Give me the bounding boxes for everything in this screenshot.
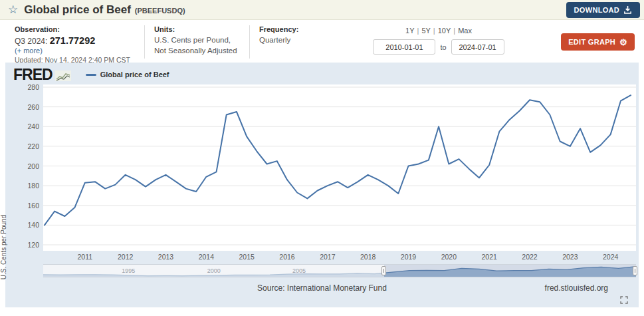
fred-logo[interactable]: FRED (13, 66, 53, 84)
frequency-block: Frequency: Quarterly (249, 25, 329, 59)
edit-graph-button[interactable]: EDIT GRAPH ⚙ (561, 33, 635, 51)
legend-label: Global price of Beef (100, 71, 169, 79)
source-text: Source: International Monetary Fund (257, 283, 387, 293)
observation-block: Observation: Q3 2024: 271.77292 (+ more)… (15, 25, 144, 59)
date-row: to (373, 39, 504, 55)
x-tick-label: 2014 (199, 253, 214, 261)
y-tick-label: 120 (13, 241, 39, 249)
x-tick-label: 2020 (441, 253, 457, 261)
chart-header: FRED Global price of Beef (5, 66, 639, 83)
slider-left-handle[interactable] (381, 266, 386, 275)
units-value-line2: Not Seasonally Adjusted (154, 46, 239, 57)
range-slider[interactable]: 199520002005 (43, 264, 636, 277)
more-link[interactable]: (+ more) (15, 47, 134, 55)
site-link[interactable]: fred.stlouisfed.org (545, 283, 608, 293)
y-tick-label: 160 (13, 202, 39, 210)
y-tick-label: 260 (13, 103, 39, 111)
x-axis-labels: 2011201220132014201520162017201820192020… (43, 251, 636, 262)
title-bar: ☆ Global price of Beef (PBEEFUSDQ) DOWNL… (0, 0, 644, 20)
range-preset-1y[interactable]: 1Y (405, 27, 414, 35)
chart-panel: FRED Global price of Beef U.S. Cents per… (5, 63, 639, 307)
plot-area[interactable]: U.S. Cents per Pound 2802602402202001801… (43, 84, 636, 251)
end-date-input[interactable] (451, 39, 504, 55)
x-tick-label: 2019 (401, 253, 416, 261)
range-separator: | (417, 27, 419, 35)
y-tick-label: 220 (13, 142, 39, 150)
observation-period: Q3 2024: (15, 37, 47, 46)
observation-value: 271.77292 (50, 35, 96, 46)
slider-right-handle[interactable] (633, 266, 637, 275)
info-bar: Observation: Q3 2024: 271.77292 (+ more)… (0, 20, 644, 63)
to-label: to (440, 43, 446, 51)
range-preset-links: 1Y|5Y|10Y|Max (405, 27, 472, 35)
observation-label: Observation: (15, 25, 134, 33)
slider-year-label: 1995 (122, 267, 135, 274)
x-tick-label: 2022 (522, 253, 537, 261)
x-tick-label: 2013 (158, 253, 173, 261)
range-separator: | (433, 27, 435, 35)
range-preset-5y[interactable]: 5Y (421, 27, 430, 35)
units-value-line1: U.S. Cents per Pound, (154, 35, 239, 46)
gear-icon: ⚙ (619, 38, 627, 47)
chart-footer: Source: International Monetary Fund fred… (5, 277, 639, 308)
x-tick-label: 2017 (320, 253, 335, 261)
x-tick-label: 2024 (603, 253, 618, 261)
series-id: (PBEEFUSDQ) (135, 7, 185, 15)
range-separator: | (453, 27, 455, 35)
frequency-label: Frequency: (259, 25, 318, 33)
fred-logo-chart-icon (55, 71, 71, 81)
y-tick-label: 240 (13, 122, 39, 130)
date-range-controls: 1Y|5Y|10Y|Max to (369, 25, 508, 59)
y-tick-label: 200 (13, 162, 39, 170)
legend-line-swatch (86, 74, 96, 76)
slider-year-label: 2000 (207, 267, 221, 274)
x-tick-label: 2012 (118, 253, 133, 261)
x-tick-label: 2011 (78, 253, 93, 261)
favorite-star-icon[interactable]: ☆ (8, 4, 18, 15)
x-tick-label: 2021 (481, 253, 496, 261)
edit-graph-label: EDIT GRAPH (568, 38, 615, 46)
observation-value-row: Q3 2024: 271.77292 (15, 35, 134, 46)
units-label: Units: (154, 25, 239, 33)
range-preset-max[interactable]: Max (458, 27, 472, 35)
page-title: Global price of Beef (24, 3, 131, 17)
fullscreen-icon[interactable] (620, 296, 628, 304)
download-button[interactable]: DOWNLOAD (566, 2, 640, 18)
slider-selected-region[interactable] (384, 265, 636, 277)
y-tick-label: 180 (13, 182, 39, 190)
price-line-chart[interactable] (43, 84, 636, 251)
range-preset-10y[interactable]: 10Y (438, 27, 451, 35)
y-tick-label: 140 (13, 221, 39, 229)
y-tick-label: 280 (13, 83, 39, 91)
frequency-value: Quarterly (259, 35, 318, 46)
slider-year-label: 2005 (292, 267, 306, 274)
x-tick-label: 2018 (360, 253, 376, 261)
download-button-label: DOWNLOAD (574, 6, 619, 14)
download-icon (623, 5, 632, 14)
legend: Global price of Beef (86, 71, 169, 79)
x-tick-label: 2023 (562, 253, 578, 261)
units-block: Units: U.S. Cents per Pound, Not Seasona… (144, 25, 249, 59)
start-date-input[interactable] (373, 39, 435, 55)
x-tick-label: 2015 (239, 253, 254, 261)
x-tick-label: 2016 (279, 253, 294, 261)
